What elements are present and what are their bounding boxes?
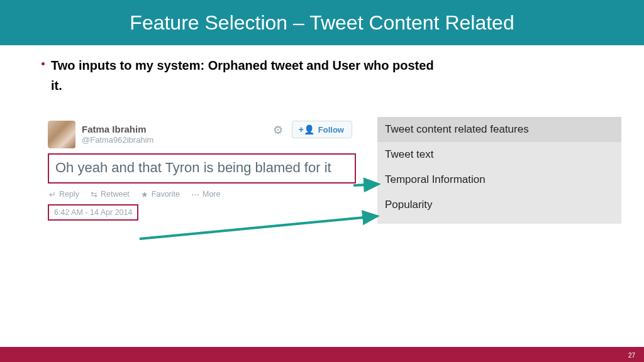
more-icon: ⋯ (191, 190, 199, 199)
tweet-handle: @Fatma962ibrahim (82, 135, 153, 145)
retweet-icon: ⇆ (91, 190, 97, 199)
favorite-action[interactable]: ★Favorite (141, 190, 180, 199)
feature-item-temporal: Temporal Information (377, 165, 621, 190)
retweet-action[interactable]: ⇆Retweet (91, 190, 130, 199)
avatar (48, 121, 75, 148)
follow-button[interactable]: +👤 Follow (292, 121, 352, 138)
reply-action[interactable]: ↵Reply (49, 190, 79, 199)
slide-title: Feature Selection – Tweet Content Relate… (130, 11, 514, 35)
star-icon: ★ (141, 190, 148, 199)
more-action[interactable]: ⋯More (191, 190, 220, 199)
page-number: 27 (628, 352, 635, 359)
feature-item-popularity: Popularity (377, 190, 621, 215)
tweet-actions: ↵Reply ⇆Retweet ★Favorite ⋯More (48, 184, 356, 203)
tweet-header: Fatma Ibrahim @Fatma962ibrahim ⚙ +👤 Foll… (48, 121, 356, 152)
bullet-dot-icon (42, 62, 45, 65)
follow-plus-icon: +👤 (299, 124, 314, 134)
tweet-card: Fatma Ibrahim @Fatma962ibrahim ⚙ +👤 Foll… (48, 121, 356, 221)
follow-label: Follow (318, 125, 344, 134)
gear-icon[interactable]: ⚙ (273, 123, 283, 137)
features-panel: Tweet content related features Tweet tex… (377, 117, 621, 224)
features-title: Tweet content related features (377, 117, 621, 142)
slide-content: Two inputs to my system: Orphaned tweet … (0, 45, 644, 341)
tweet-display-name: Fatma Ibrahim (82, 124, 153, 136)
slide-footer: 27 (0, 347, 644, 362)
tweet-text-box: Oh yeah and that Tyron is being blamed f… (48, 153, 356, 184)
slide-header: Feature Selection – Tweet Content Relate… (0, 0, 644, 45)
tweet-names: Fatma Ibrahim @Fatma962ibrahim (82, 124, 153, 146)
reply-icon: ↵ (49, 190, 56, 199)
tweet-timestamp-box: 6:42 AM - 14 Apr 2014 (48, 204, 138, 221)
bullet-text: Two inputs to my system: Orphaned tweet … (51, 55, 441, 96)
bullet-item: Two inputs to my system: Orphaned tweet … (38, 55, 644, 96)
feature-item-tweet-text: Tweet text (377, 142, 621, 165)
